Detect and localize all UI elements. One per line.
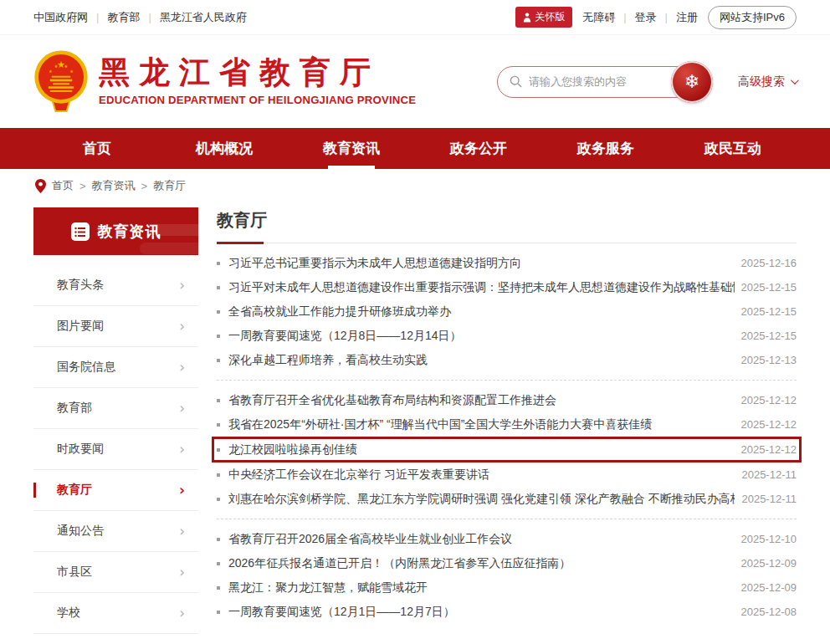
ipv6-support-badge[interactable]: 网站支持IPv6 [708, 6, 797, 29]
news-row[interactable]: 习近平总书记重要指示为未成年人思想道德建设指明方向 2025-12-16 [217, 251, 797, 275]
bullet-icon [217, 399, 220, 402]
link-china-gov[interactable]: 中国政府网 [33, 10, 88, 25]
login-button[interactable]: 登录 [635, 10, 657, 25]
news-row[interactable]: 中央经济工作会议在北京举行 习近平发表重要讲话 2025-12-11 [217, 463, 797, 487]
chevron-right-icon: › [179, 524, 185, 539]
bullet-icon [217, 562, 220, 565]
news-title[interactable]: 龙江校园啦啦操再创佳绩 [228, 442, 735, 457]
search-icon [510, 75, 522, 88]
national-emblem-logo: ★ ★ ★ ★ ★ [33, 49, 89, 115]
link-hlj-gov[interactable]: 黑龙江省人民政府 [160, 10, 247, 25]
breadcrumb-edu-news[interactable]: 教育资讯 [92, 178, 136, 193]
svg-text:★: ★ [49, 68, 53, 73]
sidebar-item-schools[interactable]: 学校 › [33, 593, 198, 634]
sidebar-item-label: 教育部 [57, 401, 92, 416]
news-row[interactable]: 深化卓越工程师培养，看高校生动实践 2025-12-13 [217, 348, 797, 372]
search-submit-button[interactable]: ❄ [671, 61, 713, 103]
nav-item-public-interaction[interactable]: 政民互动 [669, 128, 797, 169]
news-date: 2025-12-12 [735, 418, 797, 431]
sidebar: 教育资讯 教育头条 › 图片要闻 › 国务院信息 › 教育部 › 时政要闻 › [33, 207, 198, 634]
svg-text:★: ★ [69, 68, 74, 73]
site-brand[interactable]: ★ ★ ★ ★ ★ 黑龙江省教育厅 EDUCATION DEPARTMENT O… [33, 49, 416, 115]
link-moe[interactable]: 教育部 [107, 10, 140, 25]
bullet-icon [217, 473, 220, 477]
news-title[interactable]: 中央经济工作会议在北京举行 习近平发表重要讲话 [228, 468, 735, 483]
bullet-icon [217, 310, 220, 314]
breadcrumb-edu-dept[interactable]: 教育厅 [153, 178, 186, 193]
news-row[interactable]: 一周教育要闻速览（12月1日——12月7日） 2025-12-08 [217, 600, 797, 624]
content-area: 教育资讯 教育头条 › 图片要闻 › 国务院信息 › 教育部 › 时政要闻 › [0, 202, 830, 634]
sidebar-item-cities-counties[interactable]: 市县区 › [33, 552, 198, 593]
sidebar-item-state-council[interactable]: 国务院信息 › [33, 347, 198, 388]
news-date: 2025-12-11 [735, 468, 797, 481]
accessibility-button[interactable]: 无障碍 [582, 10, 615, 25]
news-title[interactable]: 黑龙江：聚力龙江智慧，赋能雪域花开 [228, 580, 735, 595]
sidebar-item-current-politics[interactable]: 时政要闻 › [33, 429, 198, 470]
news-date: 2025-12-15 [735, 281, 797, 294]
news-title[interactable]: 我省在2025年“外研社·国才杯” “理解当代中国”全国大学生外语能力大赛中喜获… [228, 417, 735, 432]
news-title[interactable]: 一周教育要闻速览（12月8日——12月14日） [228, 329, 735, 344]
news-title[interactable]: 省教育厅召开全省优化基础教育布局结构和资源配置工作推进会 [228, 393, 735, 408]
news-row[interactable]: 我省在2025年“外研社·国才杯” “理解当代中国”全国大学生外语能力大赛中喜获… [217, 412, 797, 437]
nav-item-home[interactable]: 首页 [33, 128, 161, 169]
news-title[interactable]: 一周教育要闻速览（12月1日——12月7日） [228, 605, 735, 620]
news-group-1: 习近平总书记重要指示为未成年人思想道德建设指明方向 2025-12-16 习近平… [217, 243, 797, 380]
chevron-right-icon: › [179, 483, 185, 498]
bullet-icon [217, 498, 220, 501]
sidebar-item-label: 国务院信息 [57, 360, 115, 375]
breadcrumb-home[interactable]: 首页 [52, 178, 74, 193]
news-row[interactable]: 习近平对未成年人思想道德建设作出重要指示强调：坚持把未成年人思想道德建设作为战略… [217, 275, 797, 299]
sidebar-item-label: 教育厅 [57, 483, 92, 498]
nav-item-edu-news[interactable]: 教育资讯 [288, 128, 415, 169]
care-mode-label: 关怀版 [535, 10, 565, 24]
separator: | [623, 11, 626, 23]
news-title[interactable]: 全省高校就业工作能力提升研修班成功举办 [228, 304, 735, 319]
sidebar-item-photo-news[interactable]: 图片要闻 › [33, 306, 198, 347]
sidebar-item-label: 学校 [57, 606, 80, 621]
brand-text: 黑龙江省教育厅 EDUCATION DEPARTMENT OF HEILONGJ… [99, 57, 416, 106]
news-row[interactable]: 黑龙江：聚力龙江智慧，赋能雪域花开 2025-12-09 [217, 575, 797, 600]
news-title[interactable]: 刘惠在哈尔滨剑桥学院、黑龙江东方学院调研时强调 强化党建引领 深化产教融合 不断… [228, 492, 735, 507]
news-row-highlighted[interactable]: 龙江校园啦啦操再创佳绩 2025-12-12 [212, 437, 802, 463]
separator: | [96, 11, 99, 23]
news-title[interactable]: 省教育厅召开2026届全省高校毕业生就业创业工作会议 [228, 532, 735, 547]
chevron-right-icon: › [179, 360, 185, 375]
sidebar-item-edu-dept[interactable]: 教育厅 › [33, 470, 198, 511]
care-mode-button[interactable]: 关怀版 [515, 7, 572, 28]
news-row[interactable]: 一周教育要闻速览（12月8日——12月14日） 2025-12-15 [217, 324, 797, 348]
bullet-icon [217, 262, 220, 265]
search-input[interactable] [529, 75, 655, 88]
bullet-icon [217, 538, 220, 541]
bullet-icon [217, 335, 220, 338]
sidebar-item-moe[interactable]: 教育部 › [33, 388, 198, 429]
news-row[interactable]: 省教育厅召开2026届全省高校毕业生就业创业工作会议 2025-12-10 [217, 527, 797, 551]
nav-item-org-overview[interactable]: 机构概况 [161, 128, 288, 169]
news-title[interactable]: 深化卓越工程师培养，看高校生动实践 [228, 353, 735, 368]
news-row[interactable]: 刘惠在哈尔滨剑桥学院、黑龙江东方学院调研时强调 强化党建引领 深化产教融合 不断… [217, 487, 797, 511]
separator: | [665, 11, 668, 23]
news-row[interactable]: 省教育厅召开全省优化基础教育布局结构和资源配置工作推进会 2025-12-12 [217, 388, 797, 412]
bullet-icon [217, 423, 220, 427]
chevron-right-icon: › [179, 606, 185, 621]
news-row[interactable]: 全省高校就业工作能力提升研修班成功举办 2025-12-15 [217, 299, 797, 324]
bullet-icon [217, 586, 220, 590]
title-rule [217, 243, 797, 243]
top-utility-bar: 中国政府网 | 教育部 | 黑龙江省人民政府 关怀版 无障碍 | 登录 | 注册… [0, 0, 830, 35]
news-title[interactable]: 习近平对未成年人思想道德建设作出重要指示强调：坚持把未成年人思想道德建设作为战略… [228, 280, 735, 295]
news-date: 2025-12-09 [735, 581, 797, 594]
nav-item-gov-services[interactable]: 政务服务 [542, 128, 669, 169]
news-title[interactable]: 习近平总书记重要指示为未成年人思想道德建设指明方向 [228, 256, 735, 271]
advanced-search-button[interactable]: 高级搜索 [738, 74, 797, 89]
nav-item-gov-disclosure[interactable]: 政务公开 [415, 128, 542, 169]
news-date: 2025-12-09 [735, 557, 797, 570]
breadcrumb-separator: > [141, 180, 148, 192]
sidebar-item-edu-headlines[interactable]: 教育头条 › [33, 265, 198, 306]
news-date: 2025-12-15 [735, 330, 797, 342]
register-button[interactable]: 注册 [676, 10, 698, 25]
news-title[interactable]: 2026年征兵报名通道已开启！（内附黑龙江省参军入伍应征指南） [228, 556, 735, 571]
news-row[interactable]: 2026年征兵报名通道已开启！（内附黑龙江省参军入伍应征指南） 2025-12-… [217, 551, 797, 575]
news-date: 2025-12-13 [735, 354, 797, 366]
news-group-3: 省教育厅召开2026届全省高校毕业生就业创业工作会议 2025-12-10 20… [217, 519, 797, 631]
sidebar-item-notices[interactable]: 通知公告 › [33, 511, 198, 552]
gov-links: 中国政府网 | 教育部 | 黑龙江省人民政府 [33, 10, 247, 25]
